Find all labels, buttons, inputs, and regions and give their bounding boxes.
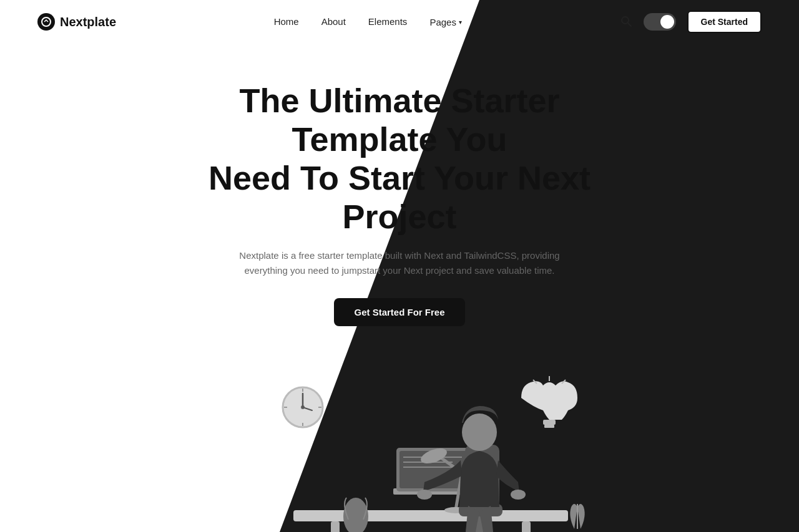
svg-point-0 — [42, 17, 51, 26]
navbar: Nextplate Home About Elements Pages ▾ — [0, 0, 799, 44]
nav-link-elements[interactable]: Elements — [368, 16, 408, 27]
logo-icon — [37, 13, 55, 31]
toggle-knob — [660, 15, 674, 29]
logo-link[interactable]: Nextplate — [37, 13, 116, 31]
chevron-down-icon: ▾ — [459, 19, 462, 26]
search-icon — [620, 15, 632, 29]
desk-scene — [181, 351, 618, 532]
theme-toggle[interactable] — [644, 13, 676, 31]
nav-item-pages[interactable]: Pages ▾ — [429, 17, 462, 27]
svg-point-22 — [417, 490, 432, 500]
hero-description: Nextplate is a free starter template bui… — [231, 248, 568, 278]
svg-point-21 — [462, 414, 497, 451]
desk-svg — [181, 351, 618, 532]
hero-section: The Ultimate Starter Template You Need T… — [0, 44, 799, 326]
nav-link-home[interactable]: Home — [274, 16, 299, 27]
nav-item-elements[interactable]: Elements — [368, 16, 408, 27]
logo-text: Nextplate — [60, 15, 116, 29]
svg-rect-35 — [544, 425, 554, 428]
svg-rect-4 — [293, 510, 568, 521]
svg-rect-5 — [331, 521, 340, 532]
get-started-nav-button[interactable]: Get Started — [687, 11, 762, 33]
nav-item-home[interactable]: Home — [274, 16, 299, 27]
search-button[interactable] — [620, 15, 632, 29]
nav-links: Home About Elements Pages ▾ — [274, 16, 462, 27]
svg-rect-6 — [522, 521, 531, 532]
nav-item-about[interactable]: About — [321, 16, 346, 27]
nav-right: Get Started — [620, 11, 762, 33]
svg-line-2 — [628, 23, 631, 26]
illustration-area — [0, 351, 799, 532]
nav-link-about[interactable]: About — [321, 16, 346, 27]
hero-title: The Ultimate Starter Template You Need T… — [206, 81, 593, 236]
svg-rect-34 — [543, 420, 556, 425]
nav-link-pages[interactable]: Pages ▾ — [429, 17, 462, 27]
svg-point-23 — [511, 490, 526, 500]
cta-button[interactable]: Get Started For Free — [334, 298, 464, 326]
